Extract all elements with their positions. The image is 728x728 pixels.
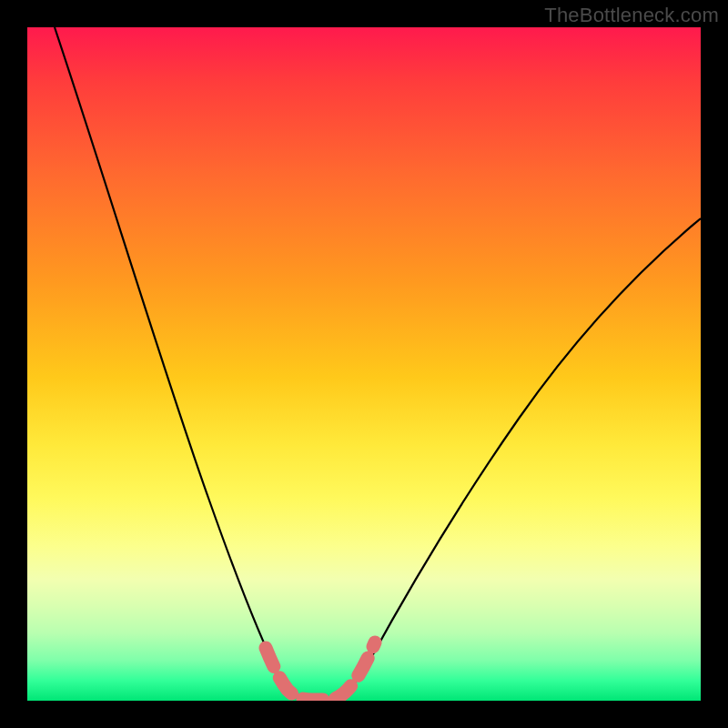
chart-frame: TheBottleneck.com	[0, 0, 728, 728]
plot-area	[27, 27, 701, 701]
bottleneck-curve	[55, 27, 701, 700]
watermark-text: TheBottleneck.com	[544, 4, 719, 27]
optimal-marker-path	[266, 642, 375, 700]
bottleneck-curve-svg	[27, 27, 701, 701]
